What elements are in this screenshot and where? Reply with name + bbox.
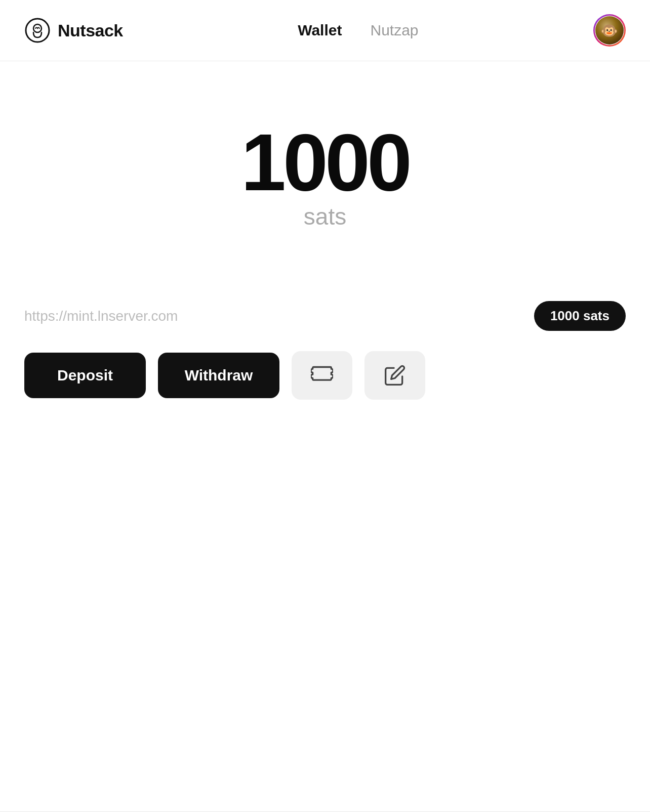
nutsack-logo-icon: [24, 17, 51, 44]
avatar-image: 🐵: [595, 16, 624, 45]
balance-amount: 1000: [241, 122, 409, 203]
ticket-icon: [311, 364, 333, 387]
mint-url: https://mint.lnserver.com: [24, 308, 178, 324]
nav-wallet[interactable]: Wallet: [298, 22, 342, 39]
balance-unit: sats: [304, 203, 346, 230]
withdraw-button[interactable]: Withdraw: [158, 353, 279, 398]
balance-display: 1000 sats: [241, 122, 409, 230]
main-nav: Wallet Nutzap: [298, 22, 418, 39]
nav-nutzap[interactable]: Nutzap: [370, 22, 418, 39]
app-header: Nutsack Wallet Nutzap 🐵: [0, 0, 650, 61]
redeem-button[interactable]: [292, 351, 352, 400]
actions-row: Deposit Withdraw: [24, 351, 626, 400]
edit-icon: [384, 364, 406, 387]
edit-button[interactable]: [364, 351, 425, 400]
deposit-button[interactable]: Deposit: [24, 353, 146, 398]
mint-row: https://mint.lnserver.com 1000 sats: [24, 301, 626, 331]
svg-point-0: [26, 19, 49, 42]
app-name: Nutsack: [58, 21, 123, 40]
logo-area: Nutsack: [24, 17, 123, 44]
mint-balance-badge: 1000 sats: [534, 301, 626, 331]
mint-section: https://mint.lnserver.com 1000 sats Depo…: [24, 301, 626, 400]
main-content: 1000 sats https://mint.lnserver.com 1000…: [0, 61, 650, 430]
avatar[interactable]: 🐵: [593, 14, 626, 47]
